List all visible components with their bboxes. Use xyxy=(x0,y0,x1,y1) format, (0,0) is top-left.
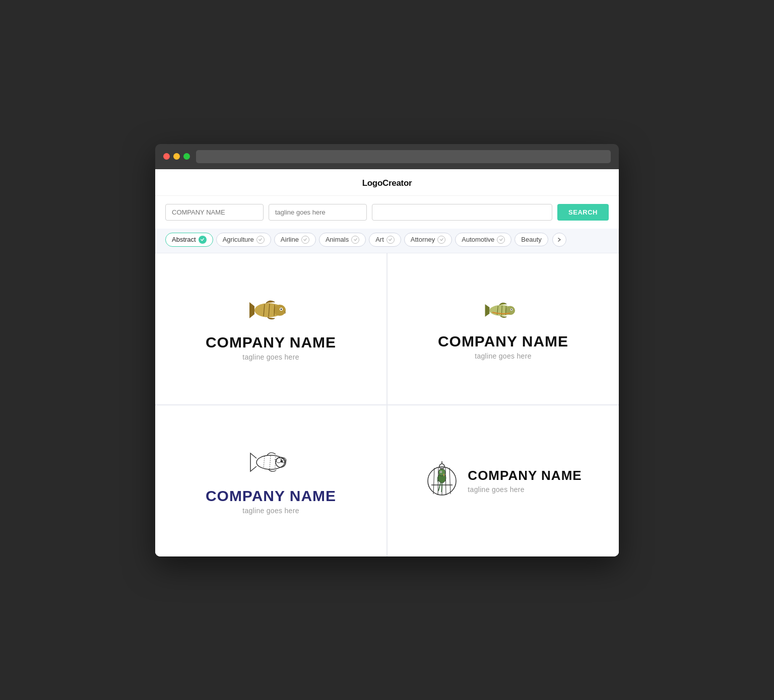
tagline-input[interactable] xyxy=(269,204,367,221)
logo-card-1[interactable]: COMPANY NAME tagline goes here xyxy=(155,253,386,404)
extra-input[interactable] xyxy=(372,204,552,221)
browser-window: LogoCreator SEARCH Abstract Agricultu xyxy=(155,144,619,556)
logo-grid: COMPANY NAME tagline goes here xyxy=(155,253,619,556)
filter-chip-art[interactable]: Art xyxy=(369,233,401,247)
logo-4-tagline: tagline goes here xyxy=(468,485,582,494)
filter-chip-attorney[interactable]: Attorney xyxy=(404,233,452,247)
filter-label-beauty: Beauty xyxy=(521,236,541,243)
filter-chip-abstract[interactable]: Abstract xyxy=(165,233,213,247)
filter-chip-automotive[interactable]: Automotive xyxy=(455,233,511,247)
filter-chip-animals[interactable]: Animals xyxy=(319,233,366,247)
svg-line-18 xyxy=(264,456,265,468)
browser-chrome xyxy=(155,144,619,169)
filter-label-abstract: Abstract xyxy=(172,236,196,243)
logo-card-4[interactable]: COMPANY NAME tagline goes here xyxy=(388,405,619,556)
logo-1-tagline: tagline goes here xyxy=(242,353,299,361)
svg-point-38 xyxy=(440,471,441,472)
logo-3-tagline: tagline goes here xyxy=(242,507,299,515)
company-name-input[interactable] xyxy=(165,204,264,221)
filter-next-arrow[interactable] xyxy=(552,233,566,247)
check-icon-art xyxy=(386,236,395,244)
filter-chip-beauty[interactable]: Beauty xyxy=(514,233,548,246)
minimize-button[interactable] xyxy=(173,153,180,160)
check-icon-abstract xyxy=(199,236,207,244)
svg-point-22 xyxy=(276,458,281,463)
check-icon-automotive xyxy=(497,236,505,244)
app-title: LogoCreator xyxy=(362,178,412,188)
svg-marker-2 xyxy=(249,302,254,318)
check-icon-attorney xyxy=(437,236,445,244)
svg-line-19 xyxy=(270,456,271,469)
logo-4-text-block: COMPANY NAME tagline goes here xyxy=(468,468,582,494)
filter-label-art: Art xyxy=(375,236,384,243)
logo-4-company-name: COMPANY NAME xyxy=(468,468,582,483)
svg-line-30 xyxy=(445,467,446,495)
logo-card-2[interactable]: COMPANY NAME tagline goes here xyxy=(388,253,619,404)
svg-marker-10 xyxy=(485,304,489,317)
parrot-cage-icon xyxy=(424,460,460,502)
check-icon-animals xyxy=(351,236,359,244)
traffic-lights xyxy=(163,153,190,160)
fish-colored-icon-1 xyxy=(248,296,294,326)
svg-line-27 xyxy=(433,468,434,494)
fish-colored-icon-2 xyxy=(483,298,524,325)
filter-label-airline: Airline xyxy=(281,236,299,243)
svg-point-7 xyxy=(280,309,282,310)
address-bar[interactable] xyxy=(196,150,611,163)
check-icon-airline xyxy=(301,236,309,244)
search-button[interactable]: SEARCH xyxy=(557,204,609,221)
close-button[interactable] xyxy=(163,153,170,160)
browser-content: LogoCreator SEARCH Abstract Agricultu xyxy=(155,169,619,556)
logo-1-company-name: COMPANY NAME xyxy=(206,334,336,351)
logo-2-company-name: COMPANY NAME xyxy=(438,333,568,350)
filter-bar: Abstract Agriculture Airline xyxy=(155,229,619,253)
maximize-button[interactable] xyxy=(183,153,190,160)
logo-3-company-name: COMPANY NAME xyxy=(206,487,336,505)
logo-card-3[interactable]: COMPANY NAME tagline goes here xyxy=(155,405,386,556)
fish-outline-icon xyxy=(248,447,294,479)
filter-chip-agriculture[interactable]: Agriculture xyxy=(216,233,271,247)
app-header: LogoCreator xyxy=(155,169,619,196)
logo-2-tagline: tagline goes here xyxy=(475,352,532,360)
filter-label-animals: Animals xyxy=(326,236,349,243)
svg-point-15 xyxy=(510,309,511,310)
search-bar: SEARCH xyxy=(155,196,619,229)
check-icon-agriculture xyxy=(256,236,265,244)
filter-label-automotive: Automotive xyxy=(462,236,494,243)
filter-label-agriculture: Agriculture xyxy=(223,236,254,243)
svg-line-31 xyxy=(449,468,450,494)
svg-point-1 xyxy=(274,305,286,316)
filter-chip-airline[interactable]: Airline xyxy=(274,233,316,247)
filter-label-attorney: Attorney xyxy=(411,236,435,243)
